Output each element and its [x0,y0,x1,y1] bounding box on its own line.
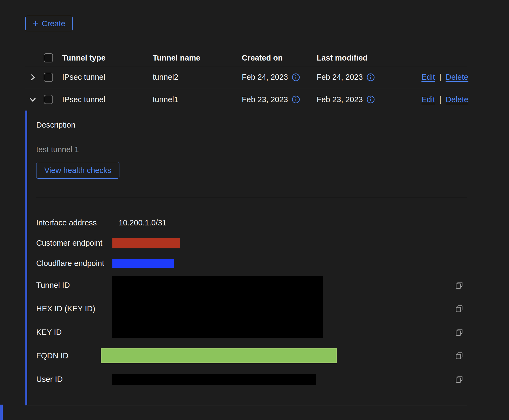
info-icon [292,73,300,81]
interface-address-label: Interface address [36,218,112,227]
copy-tunnel-id-button[interactable] [455,281,463,289]
plus-icon: + [33,18,39,28]
row-checkbox-cell [41,73,59,82]
description-value: test tunnel 1 [36,145,467,154]
row-actions-cell: Edit | Delete [421,73,472,82]
copy-icon [455,328,463,336]
last-modified-info-button[interactable] [367,95,375,104]
field-group-ids: Tunnel ID HEX ID (KEY ID) [36,274,467,344]
last-modified-cell: Feb 23, 2023 [313,95,421,104]
copy-icon [455,281,463,289]
expand-row-button[interactable] [25,66,41,88]
table-row: IPsec tunnel tunnel1 Feb 23, 2023 Feb 23… [25,88,467,111]
column-header-created-on: Created on [239,54,313,62]
created-on-info-button[interactable] [292,73,300,81]
description-label: Description [36,120,467,129]
column-header-last-modified: Last modified [313,54,421,62]
created-on-value: Feb 23, 2023 [242,95,288,104]
bottom-left-accent [0,405,3,420]
create-button[interactable]: + Create [25,16,73,31]
collapse-row-button[interactable] [25,88,41,111]
cloudflare-endpoint-redaction [112,259,174,268]
created-on-cell: Feb 24, 2023 [239,73,313,82]
field-fqdn-id: FQDN ID [36,344,467,368]
column-header-tunnel-type: Tunnel type [59,54,150,62]
edit-link[interactable]: Edit [421,73,435,82]
link-separator: | [439,73,441,82]
view-health-checks-button[interactable]: View health checks [36,162,119,179]
row-checkbox[interactable] [44,73,53,82]
delete-link[interactable]: Delete [446,73,468,82]
create-button-label: Create [42,19,65,28]
key-id-label: KEY ID [36,328,112,337]
fqdn-id-label: FQDN ID [36,351,112,360]
copy-icon [455,375,463,384]
tunnel-id-label: Tunnel ID [36,281,112,290]
info-icon [292,95,300,104]
info-icon [367,73,375,81]
copy-fqdn-id-button[interactable] [455,352,463,360]
cloudflare-endpoint-label: Cloudflare endpoint [36,259,112,268]
divider [36,198,467,198]
last-modified-cell: Feb 24, 2023 [313,73,421,82]
user-id-label: User ID [36,375,112,384]
row-checkbox[interactable] [44,95,53,104]
customer-endpoint-label: Customer endpoint [36,239,112,248]
select-all-checkbox[interactable] [44,53,53,62]
table-row: IPsec tunnel tunnel2 Feb 24, 2023 Feb 24… [25,66,467,88]
tunnel-type-cell: IPsec tunnel [59,73,150,82]
tunnel-name-cell: tunnel2 [150,73,239,82]
last-modified-value: Feb 24, 2023 [317,73,363,82]
tunnel-detail-fields: Interface address 10.200.1.0/31 Customer… [36,213,467,391]
tunnel-name-cell: tunnel1 [150,95,239,104]
tunnels-table: Tunnel type Tunnel name Created on Last … [25,50,467,405]
row-actions-cell: Edit | Delete [421,95,472,104]
copy-hex-id-button[interactable] [455,305,463,313]
field-customer-endpoint: Customer endpoint [36,233,467,253]
copy-icon [455,305,463,313]
chevron-right-icon [28,73,37,82]
interface-address-value: 10.200.1.0/31 [112,218,166,227]
last-modified-value: Feb 23, 2023 [317,95,363,104]
delete-link[interactable]: Delete [446,95,468,104]
created-on-info-button[interactable] [292,95,300,104]
info-icon [367,95,375,104]
table-header-row: Tunnel type Tunnel name Created on Last … [25,50,467,66]
edit-link[interactable]: Edit [421,95,435,104]
header-checkbox-cell [41,53,59,62]
created-on-cell: Feb 23, 2023 [239,95,313,104]
field-user-id: User ID [36,368,467,391]
tunnel-detail-panel: Description test tunnel 1 View health ch… [25,111,467,405]
copy-key-id-button[interactable] [455,328,463,336]
chevron-down-icon [28,95,37,104]
column-header-tunnel-name: Tunnel name [150,54,239,62]
user-id-redaction [112,374,316,385]
copy-icon [455,352,463,360]
last-modified-info-button[interactable] [367,73,375,81]
fqdn-id-redaction [101,348,337,363]
field-interface-address: Interface address 10.200.1.0/31 [36,213,467,233]
customer-endpoint-redaction [112,238,180,248]
row-checkbox-cell [41,95,59,104]
link-separator: | [439,95,441,104]
field-cloudflare-endpoint: Cloudflare endpoint [36,253,467,274]
created-on-value: Feb 24, 2023 [242,73,288,82]
tunnel-type-cell: IPsec tunnel [59,95,150,104]
ids-redaction-block [112,276,323,338]
copy-user-id-button[interactable] [455,375,463,384]
hex-id-label: HEX ID (KEY ID) [36,304,112,313]
